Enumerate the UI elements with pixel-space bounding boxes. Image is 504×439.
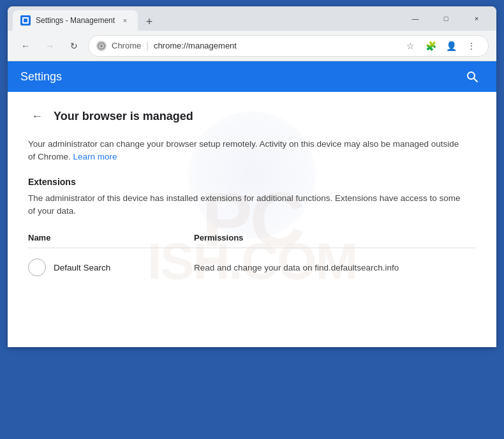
main-content: PC ISH.COM ← Your browser is managed You… — [8, 92, 496, 347]
bookmark-button[interactable]: ☆ — [401, 37, 419, 55]
back-nav-button[interactable]: ← — [15, 36, 36, 56]
title-bar: Settings - Management × + — □ × — [8, 6, 496, 31]
content-inner: ← Your browser is managed Your administr… — [28, 107, 476, 284]
extensions-section-title: Extensions — [28, 177, 476, 187]
settings-search-button[interactable] — [461, 65, 484, 88]
address-favicon — [96, 41, 107, 51]
address-url: chrome://management — [154, 41, 237, 50]
search-icon — [466, 70, 478, 83]
address-separator: | — [146, 41, 149, 51]
learn-more-link[interactable]: Learn more — [73, 152, 117, 161]
back-header: ← Your browser is managed — [28, 107, 476, 125]
back-button[interactable]: ← — [28, 107, 46, 125]
ext-permission: Read and change your data on find.defaul… — [194, 263, 476, 272]
tabs-area: Settings - Management × + — [13, 6, 398, 31]
extensions-section-description: The administrator of this device has ins… — [28, 192, 462, 218]
extensions-table-header: Name Permissions — [28, 228, 476, 248]
minimize-button[interactable]: — — [401, 6, 430, 31]
profile-button[interactable]: 👤 — [442, 37, 460, 55]
svg-line-3 — [474, 78, 477, 82]
close-button[interactable]: × — [462, 6, 491, 31]
active-tab[interactable]: Settings - Management × — [13, 10, 138, 31]
page-heading: Your browser is managed — [54, 110, 193, 123]
tab-title: Settings - Management — [36, 16, 115, 25]
extensions-button[interactable]: 🧩 — [422, 37, 440, 55]
svg-point-1 — [100, 45, 103, 47]
navigation-bar: ← → ↻ Chrome | chrome://management ☆ 🧩 👤… — [8, 31, 496, 61]
ext-name-cell: Default Search — [28, 258, 194, 276]
col-permissions-header: Permissions — [194, 233, 476, 242]
tab-favicon-inner — [22, 17, 29, 24]
address-bar-icons: ☆ 🧩 👤 ⋮ — [401, 37, 480, 55]
settings-title: Settings — [20, 70, 62, 84]
address-bar[interactable]: Chrome | chrome://management ☆ 🧩 👤 ⋮ — [88, 35, 489, 57]
address-chrome-label: Chrome — [112, 41, 141, 50]
tab-close-button[interactable]: × — [120, 15, 130, 26]
extension-row: Default Search Read and change your data… — [28, 251, 476, 284]
maximize-button[interactable]: □ — [431, 6, 461, 31]
tab-favicon — [20, 15, 31, 26]
reload-button[interactable]: ↻ — [64, 36, 84, 56]
extensions-section: Extensions The administrator of this dev… — [28, 177, 476, 285]
ext-icon — [28, 258, 46, 276]
window-controls: — □ × — [401, 6, 491, 31]
forward-nav-button[interactable]: → — [40, 36, 60, 56]
browser-window: Settings - Management × + — □ × ← → ↻ Ch… — [8, 6, 496, 347]
menu-button[interactable]: ⋮ — [463, 37, 480, 55]
col-name-header: Name — [28, 233, 194, 242]
chrome-favicon-icon — [98, 42, 105, 50]
settings-header: Settings — [8, 61, 496, 92]
new-tab-button[interactable]: + — [140, 13, 158, 31]
ext-name: Default Search — [54, 263, 110, 272]
description-text: Your administrator can change your brows… — [28, 138, 462, 164]
